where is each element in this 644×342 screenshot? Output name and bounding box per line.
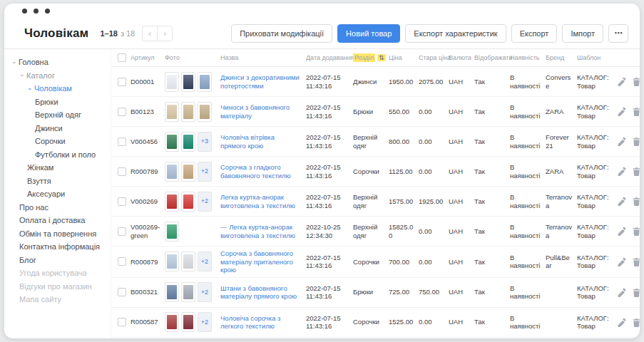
- window-control-dot[interactable]: [45, 9, 50, 14]
- sidebar-item-catalog[interactable]: ⌄Каталог: [4, 69, 111, 83]
- more-photos-badge[interactable]: +2: [198, 162, 212, 182]
- product-photo-thumbnail[interactable]: [198, 102, 212, 122]
- product-photo-thumbnail[interactable]: [165, 192, 179, 212]
- product-name-link[interactable]: Чиноси з бавовняного матеріалу: [220, 103, 290, 120]
- edit-button[interactable]: [617, 137, 626, 146]
- window-control-dot[interactable]: [34, 9, 39, 14]
- product-name-link[interactable]: Штани з бавовняного матеріалу прямого кр…: [220, 284, 297, 301]
- delete-button[interactable]: [632, 257, 640, 266]
- row-checkbox[interactable]: [118, 257, 126, 266]
- column-header-template[interactable]: Шаблон: [575, 49, 615, 67]
- import-button[interactable]: Імпорт: [562, 24, 603, 43]
- delete-button[interactable]: [632, 167, 640, 176]
- pagination-next-button[interactable]: ›: [157, 26, 173, 41]
- sidebar-item-contact-info[interactable]: Контактна інформація: [4, 240, 111, 254]
- row-checkbox[interactable]: [118, 167, 126, 176]
- column-header-section[interactable]: Розділ⇅: [351, 49, 387, 67]
- row-checkbox[interactable]: [118, 318, 126, 326]
- edit-button[interactable]: [617, 318, 626, 327]
- column-header-photo[interactable]: Фото: [163, 49, 218, 67]
- column-header-date-added[interactable]: Дата додавання: [304, 49, 351, 67]
- product-photo-thumbnail[interactable]: [181, 162, 195, 182]
- product-photo-thumbnail[interactable]: [181, 132, 195, 152]
- column-header-sku[interactable]: Артикул: [128, 49, 163, 67]
- product-photo-thumbnail[interactable]: [165, 132, 179, 152]
- column-header-brand[interactable]: Бренд: [543, 49, 575, 67]
- more-button[interactable]: ⋯: [608, 24, 628, 43]
- sidebar-item-pants[interactable]: Брюки: [4, 95, 111, 109]
- product-photo-thumbnail[interactable]: [181, 252, 195, 271]
- sidebar-item-exchange-return[interactable]: Обмін та повернення: [4, 227, 111, 241]
- edit-button[interactable]: [617, 197, 626, 206]
- sidebar-item-outerwear[interactable]: Верхній одяг: [4, 108, 111, 122]
- delete-button[interactable]: [632, 77, 640, 86]
- product-photo-thumbnail[interactable]: [181, 312, 195, 332]
- delete-button[interactable]: [632, 107, 640, 116]
- row-checkbox[interactable]: [118, 78, 126, 86]
- column-header-display[interactable]: Відображати: [472, 49, 508, 67]
- column-header-price[interactable]: Ціна: [387, 49, 416, 67]
- sidebar-item-women[interactable]: Жінкам: [4, 161, 111, 175]
- more-photos-badge[interactable]: +2: [198, 252, 212, 271]
- product-photo-thumbnail[interactable]: [165, 282, 179, 302]
- product-photo-thumbnail[interactable]: [165, 102, 179, 122]
- column-header-old-price[interactable]: Стара ціна: [416, 49, 446, 67]
- product-name-link[interactable]: Чоловіча сорочка з легкого текстилю: [220, 314, 280, 331]
- more-photos-badge[interactable]: +3: [198, 132, 212, 152]
- sidebar-item-home[interactable]: ⌄Головна: [4, 56, 111, 69]
- product-name-link[interactable]: Легка куртка-анорак виготовлена з тексти…: [220, 193, 295, 209]
- product-name-link[interactable]: Чоловіча вітрівка прямого крою: [220, 133, 275, 150]
- sidebar-item-blog[interactable]: Блог: [4, 254, 111, 267]
- sidebar-item-tshirts-polo[interactable]: Футболки и поло: [4, 148, 111, 162]
- sidebar-item-jeans[interactable]: Джинси: [4, 122, 111, 135]
- column-header-name[interactable]: Назва: [218, 49, 304, 67]
- delete-button[interactable]: [632, 197, 640, 206]
- row-checkbox[interactable]: [118, 288, 126, 296]
- row-checkbox[interactable]: [118, 197, 126, 206]
- product-photo-thumbnail[interactable]: [165, 72, 179, 92]
- product-name-link[interactable]: Сорочка з бавовняного матеріалу притален…: [220, 249, 293, 274]
- edit-button[interactable]: [617, 107, 626, 116]
- product-photo-thumbnail[interactable]: [181, 72, 195, 92]
- product-photo-thumbnail[interactable]: [198, 72, 212, 92]
- more-photos-badge[interactable]: +2: [198, 312, 212, 332]
- window-control-dot[interactable]: [22, 9, 27, 14]
- product-name-link[interactable]: Сорочка з гладкого бавовняного текстилю: [220, 163, 291, 180]
- select-all-checkbox[interactable]: [118, 53, 126, 62]
- more-photos-badge[interactable]: +2: [198, 282, 212, 302]
- sidebar-item-shoes[interactable]: Взуття: [4, 175, 111, 188]
- edit-button[interactable]: [617, 167, 626, 176]
- product-photo-thumbnail[interactable]: [165, 312, 179, 332]
- row-checkbox[interactable]: [118, 138, 126, 146]
- product-photo-thumbnail[interactable]: [181, 192, 195, 212]
- sidebar-item-accessories[interactable]: Аксесуари: [4, 187, 111, 201]
- product-photo-thumbnail[interactable]: [181, 102, 195, 122]
- sidebar-item-about-us[interactable]: Про нас: [4, 201, 111, 214]
- row-checkbox[interactable]: [118, 108, 126, 116]
- product-photo-thumbnail[interactable]: [165, 162, 179, 182]
- column-header-currency[interactable]: Валюта: [446, 49, 472, 67]
- delete-button[interactable]: [632, 288, 640, 297]
- edit-button[interactable]: [617, 288, 626, 297]
- hide-modifications-button[interactable]: Приховати модифікації: [231, 24, 332, 43]
- export-button[interactable]: Експорт: [511, 24, 558, 43]
- product-name-link[interactable]: Джинси з декоративними потертостями: [220, 73, 300, 90]
- delete-button[interactable]: [632, 227, 640, 236]
- sidebar-item-user-agreement[interactable]: Угода користувача: [4, 266, 111, 280]
- sidebar-item-shirts[interactable]: Сорочки: [4, 135, 111, 148]
- edit-button[interactable]: [617, 77, 626, 86]
- sidebar-item-payment-delivery[interactable]: Оплата і доставка: [4, 214, 111, 227]
- edit-button[interactable]: [617, 227, 626, 236]
- more-photos-badge[interactable]: +2: [198, 192, 212, 212]
- pagination-prev-button[interactable]: ‹: [142, 26, 158, 41]
- column-header-availability[interactable]: Наявність: [508, 49, 543, 67]
- export-characteristics-button[interactable]: Експорт характеристик: [405, 24, 506, 43]
- row-checkbox[interactable]: [118, 227, 126, 236]
- sort-icon[interactable]: ⇅: [377, 54, 386, 61]
- new-product-button[interactable]: Новий товар: [337, 24, 400, 43]
- sidebar-item-sitemap[interactable]: Мапа сайту: [4, 293, 111, 306]
- product-photo-thumbnail[interactable]: [165, 252, 179, 271]
- product-name-link[interactable]: — Легка куртка-анорак виготовлена з текс…: [220, 223, 295, 239]
- product-photo-thumbnail[interactable]: [165, 222, 179, 242]
- sidebar-item-store-reviews[interactable]: Відгуки про магазин: [4, 280, 111, 294]
